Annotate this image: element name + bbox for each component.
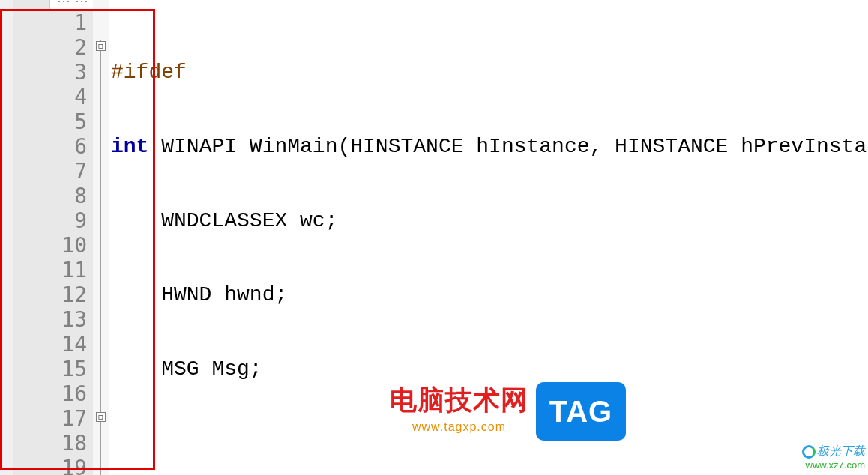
line-number: 1 <box>13 10 87 35</box>
line-number: 11 <box>13 258 87 282</box>
line-number: 12 <box>13 282 87 307</box>
margin-strip <box>0 0 13 475</box>
code-line[interactable]: int WINAPI WinMain(HINSTANCE hInstance, … <box>109 134 868 159</box>
code-area[interactable]: #ifdef int WINAPI WinMain(HINSTANCE hIns… <box>109 0 868 475</box>
line-number: 8 <box>13 184 87 208</box>
line-number: 5 <box>13 109 87 134</box>
code-line[interactable]: MSG Msg; <box>109 357 868 381</box>
code-text: HWND hwnd; <box>111 283 287 306</box>
tab-stub[interactable]: ··· ··· <box>49 0 96 10</box>
code-line[interactable]: WNDCLASSEX wc; <box>109 208 868 233</box>
code-line[interactable]: #ifdef <box>109 60 868 85</box>
keyword-token: int <box>111 135 148 158</box>
fold-column[interactable]: ⊟ ⊟ <box>93 0 109 475</box>
code-text: WINAPI WinMain(HINSTANCE hInstance, HINS… <box>148 135 867 158</box>
code-text: WNDCLASSEX wc; <box>111 209 337 232</box>
line-number-gutter[interactable]: 1 2 3 4 5 6 7 8 9 10 11 12 13 14 15 16 1… <box>13 0 93 475</box>
line-number: 10 <box>13 233 87 258</box>
fold-toggle-icon[interactable]: ⊟ <box>96 412 106 422</box>
code-line[interactable]: HWND hwnd; <box>109 282 868 307</box>
code-editor: ··· ··· 1 2 3 4 5 6 7 8 9 10 11 12 13 14… <box>0 0 868 475</box>
line-number: 15 <box>13 357 87 381</box>
line-number: 18 <box>13 431 87 456</box>
line-number: 7 <box>13 159 87 184</box>
fold-toggle-icon[interactable]: ⊟ <box>96 41 106 51</box>
line-number: 6 <box>13 134 87 159</box>
line-number: 9 <box>13 208 87 233</box>
line-number: 3 <box>13 60 87 85</box>
line-number: 2 <box>13 35 87 60</box>
fold-guide-line <box>100 40 101 475</box>
code-line[interactable] <box>109 431 868 456</box>
line-number: 19 <box>13 456 87 475</box>
line-number: 16 <box>13 381 87 406</box>
line-number: 4 <box>13 85 87 109</box>
line-number: 13 <box>13 307 87 332</box>
line-number: 14 <box>13 332 87 357</box>
code-text: MSG Msg; <box>111 357 262 381</box>
preprocessor-token: #ifdef <box>111 61 187 84</box>
line-number: 17 <box>13 406 87 431</box>
